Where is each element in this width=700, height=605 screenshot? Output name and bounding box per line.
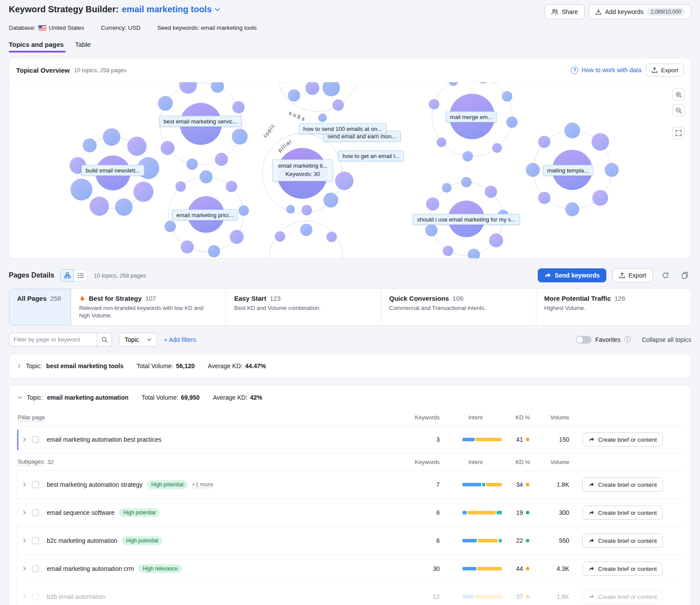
page-bubble[interactable] <box>526 163 540 177</box>
strategy-card-best-for-strategy[interactable]: Best for Strategy 107 Relevant non-brand… <box>71 289 226 325</box>
page-bubble[interactable] <box>103 128 120 146</box>
how-to-work-link[interactable]: ? How to work with data <box>571 67 641 74</box>
topical-export-button[interactable]: Export <box>646 63 684 77</box>
create-brief-button[interactable]: Create brief or content <box>582 534 663 548</box>
topic-chip-mailing-templates[interactable]: mailing templa... <box>543 165 593 176</box>
strategy-card-quick-conversions[interactable]: Quick Conversions 106 Commercial and Tra… <box>382 289 536 325</box>
topic-chip-should-use[interactable]: should i use email marketing for my s... <box>413 214 520 225</box>
topic-header[interactable]: Topic: best email marketing tools Total … <box>17 354 683 378</box>
page-bubble[interactable] <box>565 202 579 216</box>
create-brief-button[interactable]: Create brief or content <box>582 478 663 492</box>
page-bubble[interactable] <box>485 186 497 198</box>
page-bubble[interactable] <box>426 197 439 211</box>
page-bubble[interactable] <box>335 172 354 190</box>
refresh-button[interactable] <box>659 269 672 282</box>
page-bubble[interactable] <box>323 193 338 208</box>
add-keywords-button[interactable]: Add keywords 2,089/10,000 <box>589 4 691 19</box>
page-bubble[interactable] <box>127 137 147 156</box>
tab-table[interactable]: Table <box>75 41 91 53</box>
create-brief-button[interactable]: Create brief or content <box>582 590 663 604</box>
topic-chip-pricing[interactable]: email marketing prici... <box>172 210 238 221</box>
topic-header[interactable]: Topic: email marketing automation Total … <box>17 386 683 409</box>
page-bubble[interactable] <box>605 163 619 177</box>
chevron-right-icon[interactable] <box>17 510 32 515</box>
copy-button[interactable] <box>678 269 691 282</box>
page-bubble[interactable] <box>70 179 92 200</box>
page-bubble[interactable] <box>301 205 312 215</box>
topic-filter-dropdown[interactable]: Topic <box>119 333 157 347</box>
page-bubble[interactable] <box>158 96 173 111</box>
page-bubble[interactable] <box>200 170 213 183</box>
page-bubble[interactable] <box>489 233 503 247</box>
page-bubble[interactable] <box>115 198 133 216</box>
pillar-topic-chip[interactable]: email marketing ti... Keywords: 30 <box>273 159 333 181</box>
page-bubble[interactable] <box>164 221 176 232</box>
page-bubble[interactable] <box>461 177 472 187</box>
send-keywords-button[interactable]: Send keywords <box>538 268 606 282</box>
row-checkbox[interactable] <box>32 481 39 488</box>
page-bubble[interactable] <box>208 245 220 257</box>
zoom-in-button[interactable] <box>672 88 685 101</box>
page-bubble[interactable] <box>502 91 512 102</box>
more-badges-link[interactable]: +1 more <box>192 481 213 488</box>
page-bubble[interactable] <box>238 205 249 216</box>
favorites-toggle[interactable] <box>576 336 592 344</box>
page-bubble[interactable] <box>232 129 248 144</box>
page-bubble[interactable] <box>286 205 295 214</box>
page-bubble[interactable] <box>437 137 446 147</box>
page-bubble[interactable] <box>300 224 312 236</box>
page-name[interactable]: email marketing automation crm <box>47 565 134 572</box>
strategy-card-easy-start[interactable]: Easy Start 123 Best KD and Volume combin… <box>226 289 381 325</box>
row-checkbox[interactable] <box>32 509 39 516</box>
page-bubble[interactable] <box>232 101 245 113</box>
bubble-map[interactable]: best email marketing servic... build ema… <box>9 82 691 258</box>
tree-view-button[interactable] <box>60 269 74 281</box>
chevron-right-icon[interactable] <box>17 363 21 369</box>
page-bubble[interactable] <box>592 133 609 151</box>
page-name[interactable]: email marketing automation best practice… <box>47 436 161 443</box>
create-brief-button[interactable]: Create brief or content <box>582 433 663 447</box>
page-bubble[interactable] <box>318 113 327 122</box>
chevron-right-icon[interactable] <box>17 482 32 487</box>
page-bubble[interactable] <box>592 190 608 206</box>
strategy-card-all-pages[interactable]: All Pages 258 <box>9 289 71 325</box>
page-bubble[interactable] <box>425 224 438 236</box>
zoom-out-button[interactable] <box>672 104 685 116</box>
row-checkbox[interactable] <box>32 436 39 443</box>
project-name[interactable]: email marketing tools <box>122 4 212 14</box>
page-bubble[interactable] <box>288 89 300 102</box>
page-bubble[interactable] <box>186 158 198 170</box>
page-bubble[interactable] <box>275 231 285 242</box>
page-bubble[interactable] <box>226 181 237 192</box>
page-bubble[interactable] <box>161 141 175 155</box>
page-bubble[interactable] <box>90 197 109 216</box>
page-name[interactable]: best marketing automation strategy <box>47 481 143 488</box>
chevron-down-icon[interactable] <box>17 395 22 400</box>
page-bubble[interactable] <box>230 230 244 244</box>
row-checkbox[interactable] <box>32 593 39 600</box>
chevron-right-icon[interactable] <box>17 566 32 571</box>
page-bubble[interactable] <box>332 99 344 111</box>
search-button[interactable] <box>97 333 112 347</box>
page-bubble[interactable] <box>443 246 453 256</box>
page-bubble[interactable] <box>506 116 518 128</box>
page-bubble[interactable] <box>492 143 502 153</box>
tab-topics-and-pages[interactable]: Topics and pages <box>9 41 64 53</box>
page-name[interactable]: b2c marketing automation <box>47 537 117 544</box>
row-checkbox[interactable] <box>32 537 39 544</box>
topic-chip-send-100[interactable]: how to send 100 emails at on... <box>299 123 386 134</box>
list-view-button[interactable] <box>74 269 88 281</box>
page-bubble[interactable] <box>215 153 228 166</box>
page-name[interactable]: b2b email automation <box>47 593 105 600</box>
page-bubble[interactable] <box>462 151 473 162</box>
topic-chip-build-newsletter[interactable]: build email newslett... <box>81 165 144 176</box>
row-checkbox[interactable] <box>32 565 39 572</box>
collapse-all-topics-link[interactable]: Collapse all topics <box>642 336 691 343</box>
create-brief-button[interactable]: Create brief or content <box>582 506 663 520</box>
pages-export-button[interactable]: Export <box>612 268 653 282</box>
strategy-card-more-potential-traffic[interactable]: More Potential Traffic 126 Highest Volum… <box>536 289 691 325</box>
chevron-right-icon[interactable] <box>17 437 32 442</box>
chevron-down-icon[interactable] <box>215 8 220 11</box>
page-bubble[interactable] <box>326 232 337 242</box>
page-bubble[interactable] <box>538 192 550 204</box>
